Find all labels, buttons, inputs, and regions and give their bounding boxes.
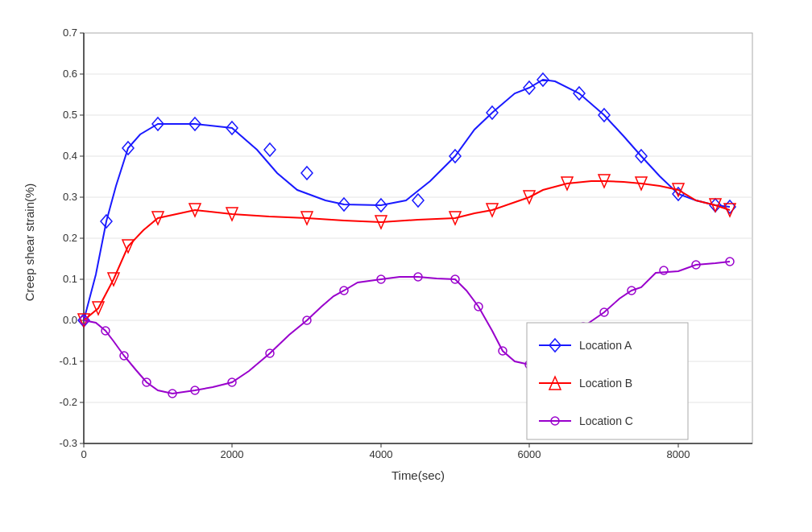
y-tick-06: 0.6 (63, 68, 77, 80)
chart-container: 0.7 0.6 0.5 0.4 0.3 0.2 0.1 0.0 -0.1 -0.… (19, 17, 793, 516)
x-tick-6000: 6000 (518, 448, 541, 460)
y-tick-02: 0.2 (63, 232, 77, 244)
y-tick-04: 0.4 (63, 150, 77, 162)
legend-label-c: Location C (579, 414, 633, 427)
legend-item-a: Location A (539, 339, 632, 352)
x-tick-8000: 8000 (667, 448, 690, 460)
y-tick-n03: -0.3 (60, 437, 77, 449)
legend-label-b: Location B (579, 377, 632, 390)
x-tick-2000: 2000 (221, 448, 244, 460)
y-tick-01: 0.1 (63, 273, 77, 285)
y-tick-07: 0.7 (63, 27, 77, 39)
y-tick-05: 0.5 (63, 109, 77, 121)
legend-label-a: Location A (579, 339, 632, 352)
y-tick-03: 0.3 (63, 191, 77, 203)
y-tick-n02: -0.2 (60, 396, 77, 408)
x-tick-0: 0 (81, 448, 86, 460)
x-tick-4000: 4000 (370, 448, 393, 460)
y-tick-00: 0.0 (63, 314, 77, 326)
x-axis-label: Time(sec) (392, 468, 445, 482)
y-axis-label: Creep shear strain(%) (23, 183, 36, 301)
y-tick-n01: -0.1 (60, 355, 77, 367)
